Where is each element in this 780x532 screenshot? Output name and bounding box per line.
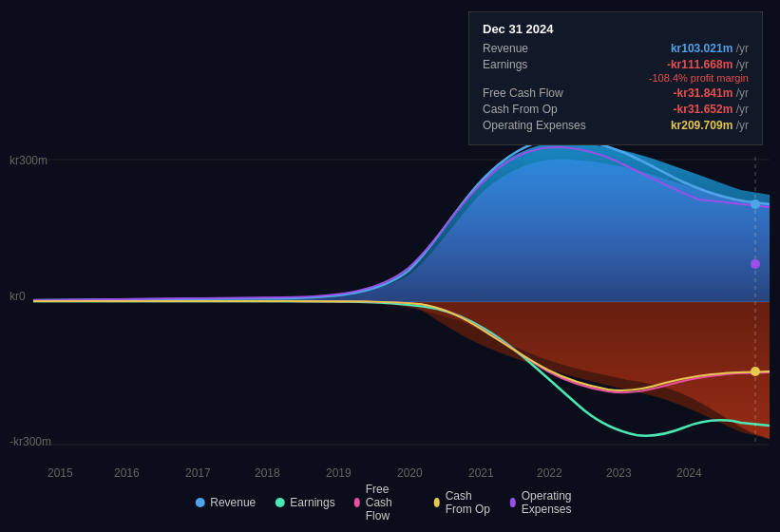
legend: Revenue Earnings Free Cash Flow Cash Fro… bbox=[195, 483, 585, 522]
chart-container: kr300m kr0 -kr300m 2015 2016 2017 2018 2… bbox=[0, 0, 780, 532]
x-label-2021: 2021 bbox=[468, 466, 494, 480]
y-label-bot: -kr300m bbox=[10, 435, 51, 448]
svg-point-5 bbox=[751, 259, 760, 269]
tooltip-row-earnings: Earnings -kr111.668m /yr bbox=[483, 58, 749, 71]
y-label-mid: kr0 bbox=[10, 290, 26, 303]
legend-label-revenue: Revenue bbox=[210, 496, 256, 509]
tooltip-profit-margin: -108.4% profit margin bbox=[483, 72, 749, 84]
x-label-2022: 2022 bbox=[537, 466, 562, 480]
svg-point-6 bbox=[751, 367, 760, 376]
tooltip-box: Dec 31 2024 Revenue kr103.021m /yr Earni… bbox=[468, 11, 763, 145]
x-label-2024: 2024 bbox=[676, 466, 702, 480]
x-label-2018: 2018 bbox=[255, 466, 280, 480]
legend-label-cashop: Cash From Op bbox=[446, 489, 491, 516]
x-label-2023: 2023 bbox=[606, 466, 632, 480]
tooltip-label-earnings: Earnings bbox=[483, 58, 597, 71]
legend-item-cashop[interactable]: Cash From Op bbox=[434, 489, 491, 516]
legend-item-revenue[interactable]: Revenue bbox=[195, 496, 256, 509]
tooltip-row-opex: Operating Expenses kr209.709m /yr bbox=[483, 119, 749, 132]
tooltip-value-fcf: -kr31.841m /yr bbox=[674, 86, 749, 100]
x-label-2020: 2020 bbox=[397, 466, 423, 480]
x-label-2019: 2019 bbox=[326, 466, 352, 480]
tooltip-value-cashop: -kr31.652m /yr bbox=[674, 103, 749, 116]
x-label-2016: 2016 bbox=[114, 466, 140, 480]
legend-dot-revenue bbox=[195, 498, 204, 507]
legend-dot-earnings bbox=[275, 498, 284, 507]
tooltip-label-opex: Operating Expenses bbox=[483, 119, 597, 132]
x-label-2015: 2015 bbox=[48, 466, 73, 480]
legend-item-fcf[interactable]: Free Cash Flow bbox=[354, 483, 415, 522]
legend-label-fcf: Free Cash Flow bbox=[366, 483, 415, 522]
legend-dot-opex bbox=[510, 498, 516, 507]
x-label-2017: 2017 bbox=[185, 466, 211, 480]
tooltip-value-opex: kr209.709m /yr bbox=[671, 119, 749, 132]
tooltip-value-revenue: kr103.021m /yr bbox=[671, 42, 749, 55]
y-label-top: kr300m bbox=[10, 154, 48, 167]
legend-item-opex[interactable]: Operating Expenses bbox=[510, 489, 585, 516]
tooltip-label-revenue: Revenue bbox=[483, 42, 597, 55]
tooltip-label-cashop: Cash From Op bbox=[483, 103, 597, 116]
legend-dot-fcf bbox=[354, 498, 360, 507]
legend-item-earnings[interactable]: Earnings bbox=[275, 496, 334, 509]
legend-dot-cashop bbox=[434, 498, 440, 507]
legend-label-opex: Operating Expenses bbox=[522, 489, 585, 516]
tooltip-row-fcf: Free Cash Flow -kr31.841m /yr bbox=[483, 86, 749, 100]
svg-point-4 bbox=[751, 200, 760, 209]
tooltip-label-fcf: Free Cash Flow bbox=[483, 86, 597, 100]
tooltip-row-revenue: Revenue kr103.021m /yr bbox=[483, 42, 749, 55]
tooltip-row-cashop: Cash From Op -kr31.652m /yr bbox=[483, 103, 749, 116]
tooltip-value-earnings: -kr111.668m /yr bbox=[667, 58, 749, 71]
tooltip-date: Dec 31 2024 bbox=[483, 22, 749, 36]
legend-label-earnings: Earnings bbox=[290, 496, 334, 509]
